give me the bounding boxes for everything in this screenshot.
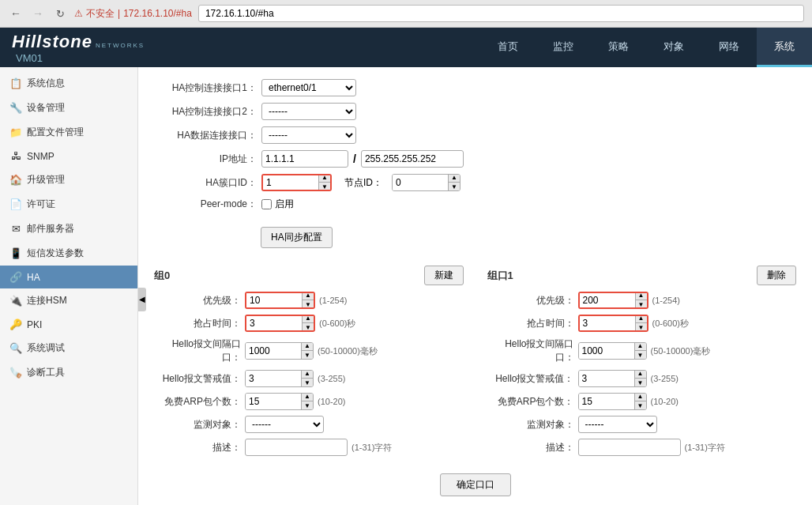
group-id-spinner: ▲ ▼ xyxy=(261,174,332,191)
group1-hello-interval-input[interactable] xyxy=(579,343,634,359)
sidebar-item-debug[interactable]: 🔍 系统调试 xyxy=(0,336,137,360)
nav-object[interactable]: 对象 xyxy=(646,28,701,67)
sidebar-item-license[interactable]: 📄 许可证 xyxy=(0,192,137,217)
data-iface-select[interactable]: ------ ethernet0/1 xyxy=(261,126,356,144)
group1-preempt-range: (0-600)秒 xyxy=(652,318,689,330)
group0-preempt-down-btn[interactable]: ▼ xyxy=(303,323,314,332)
back-button[interactable]: ← xyxy=(8,6,24,21)
ha-sync-button[interactable]: HA同步配置 xyxy=(261,227,333,248)
sidebar-item-upgrade-label: 升级管理 xyxy=(27,173,65,187)
sidebar-item-pki[interactable]: 🔑 PKI xyxy=(0,313,137,336)
group1-hello-threshold-input[interactable] xyxy=(579,371,634,386)
group0-preempt-row: 抢占时间： ▲ ▼ (0-600)秒 xyxy=(154,315,464,332)
reload-button[interactable]: ↻ xyxy=(52,6,68,21)
group1-priority-down-btn[interactable]: ▼ xyxy=(636,300,647,309)
forward-button[interactable]: → xyxy=(30,6,46,21)
group0-hello-threshold-spinner: ▲ ▼ xyxy=(245,370,314,387)
group1-priority-input[interactable] xyxy=(580,293,635,307)
group0-priority-down-btn[interactable]: ▼ xyxy=(303,300,314,309)
group0-new-button[interactable]: 新建 xyxy=(424,266,464,285)
sidebar-item-config-mgmt[interactable]: 📁 配置文件管理 xyxy=(0,120,137,145)
group1-priority-up-btn[interactable]: ▲ xyxy=(636,292,647,300)
group0-preempt-input[interactable] xyxy=(246,316,302,330)
group1-desc-input[interactable] xyxy=(578,439,681,456)
group1-preempt-row: 抢占时间： ▲ ▼ (0-600)秒 xyxy=(487,315,797,332)
group-id-spinner-btns: ▲ ▼ xyxy=(318,174,330,191)
group1-monitor-label: 监测对象： xyxy=(487,418,574,432)
group1-preempt-spinner-btns: ▲ ▼ xyxy=(635,315,647,332)
group0-hello-threshold-input[interactable] xyxy=(246,371,301,386)
group0-hello-threshold-label: Hello报文警戒值： xyxy=(154,372,241,386)
group-id-row: HA簇口ID： ▲ ▼ 节点ID： ▲ ▼ xyxy=(154,174,796,191)
node-id-up-btn[interactable]: ▲ xyxy=(449,174,460,183)
group0-monitor-select[interactable]: ------ xyxy=(245,416,324,433)
sidebar-item-diag[interactable]: 🪚 诊断工具 xyxy=(0,360,137,385)
group0-hello-threshold-up-btn[interactable]: ▲ xyxy=(302,370,313,379)
group-id-up-btn[interactable]: ▲ xyxy=(319,174,330,183)
sidebar-item-upgrade[interactable]: 🏠 升级管理 xyxy=(0,168,137,192)
group1-preempt-up-btn[interactable]: ▲ xyxy=(636,315,647,323)
group1-preempt-down-btn[interactable]: ▼ xyxy=(636,323,647,332)
group-id-down-btn[interactable]: ▼ xyxy=(319,183,330,191)
sidebar-item-snmp[interactable]: 🖧 SNMP xyxy=(0,145,137,168)
content-area: HA控制连接接口1： ethernet0/1 ethernet0/2 -----… xyxy=(138,67,812,505)
group0-hello-interval-input[interactable] xyxy=(246,343,301,359)
mask-input[interactable] xyxy=(361,150,464,168)
submit-row: 确定口口 xyxy=(154,473,796,496)
ip-input[interactable] xyxy=(261,150,348,168)
sidebar-collapse-handle[interactable]: ◀ xyxy=(138,288,146,311)
group1-monitor-select[interactable]: ------ xyxy=(578,416,657,433)
group1-hello-interval-range: (50-10000)毫秒 xyxy=(651,345,711,357)
node-id-input[interactable] xyxy=(393,175,448,190)
nav-home[interactable]: 首页 xyxy=(480,28,536,67)
group1-hello-threshold-up-btn[interactable]: ▲ xyxy=(635,370,646,379)
group1-hello-threshold-down-btn[interactable]: ▼ xyxy=(635,379,646,387)
group1-preempt-input[interactable] xyxy=(580,316,635,330)
group1-priority-spinner-btns: ▲ ▼ xyxy=(635,292,647,309)
group0-hello-interval-up-btn[interactable]: ▲ xyxy=(302,342,313,351)
group1-hello-interval-down-btn[interactable]: ▼ xyxy=(635,351,646,360)
sidebar-item-sms-params[interactable]: 📱 短信发送参数 xyxy=(0,241,137,266)
group-id-input[interactable] xyxy=(263,175,318,190)
nav-network[interactable]: 网络 xyxy=(701,28,757,67)
submit-button[interactable]: 确定口口 xyxy=(440,473,511,496)
group0-priority-input[interactable] xyxy=(246,293,302,307)
group0-preempt-up-btn[interactable]: ▲ xyxy=(303,315,314,323)
group0-preempt-spinner-btns: ▲ ▼ xyxy=(302,315,314,332)
nav-monitor[interactable]: 监控 xyxy=(536,28,591,67)
ctrl-iface1-select[interactable]: ethernet0/1 ethernet0/2 ------ xyxy=(261,79,356,96)
group-id-label: HA簇口ID： xyxy=(154,176,257,190)
group1-hello-interval-up-btn[interactable]: ▲ xyxy=(635,342,646,351)
group1-garp-down-btn[interactable]: ▼ xyxy=(635,401,646,410)
group1-garp-row: 免费ARP包个数： ▲ ▼ (10-20) xyxy=(487,393,797,410)
group1-title: 组口1 xyxy=(487,269,513,283)
group0-hello-threshold-down-btn[interactable]: ▼ xyxy=(302,379,313,387)
group0-desc-row: 描述： (1-31)字符 xyxy=(154,439,464,456)
group0-hello-interval-down-btn[interactable]: ▼ xyxy=(302,351,313,360)
sidebar-item-hsm[interactable]: 🔌 连接HSM xyxy=(0,288,137,313)
sidebar-item-system-info-label: 系统信息 xyxy=(27,77,65,90)
nav-system[interactable]: 系统 xyxy=(757,28,812,67)
sidebar-item-mail-server[interactable]: ✉ 邮件服务器 xyxy=(0,217,137,241)
group0-desc-input[interactable] xyxy=(245,439,348,456)
peer-mode-checkbox-label[interactable]: 启用 xyxy=(261,198,294,211)
ctrl-iface2-select[interactable]: ------ ethernet0/1 xyxy=(261,103,356,120)
group1-garp-up-btn[interactable]: ▲ xyxy=(635,393,646,401)
group0-hello-threshold-spinner-btns: ▲ ▼ xyxy=(301,370,313,387)
data-iface-label: HA数据连接接口： xyxy=(154,129,257,142)
peer-mode-checkbox[interactable] xyxy=(261,199,272,209)
group1-delete-button[interactable]: 删除 xyxy=(757,266,796,285)
sidebar-item-ha[interactable]: 🔗 HA xyxy=(0,266,137,288)
group0-garp-down-btn[interactable]: ▼ xyxy=(302,401,313,410)
sidebar-item-device-mgmt[interactable]: 🔧 设备管理 xyxy=(0,96,137,120)
group1-garp-input[interactable] xyxy=(579,394,634,409)
address-bar[interactable] xyxy=(198,5,804,22)
group0-priority-up-btn[interactable]: ▲ xyxy=(303,292,314,300)
group0-garp-input[interactable] xyxy=(246,394,301,409)
group0-garp-up-btn[interactable]: ▲ xyxy=(302,393,313,401)
group1-garp-spinner: ▲ ▼ xyxy=(578,393,647,410)
nav-policy[interactable]: 策略 xyxy=(591,28,646,67)
node-id-down-btn[interactable]: ▼ xyxy=(449,183,460,191)
device-mgmt-icon: 🔧 xyxy=(9,102,22,114)
sidebar-item-system-info[interactable]: 📋 系统信息 xyxy=(0,71,137,96)
